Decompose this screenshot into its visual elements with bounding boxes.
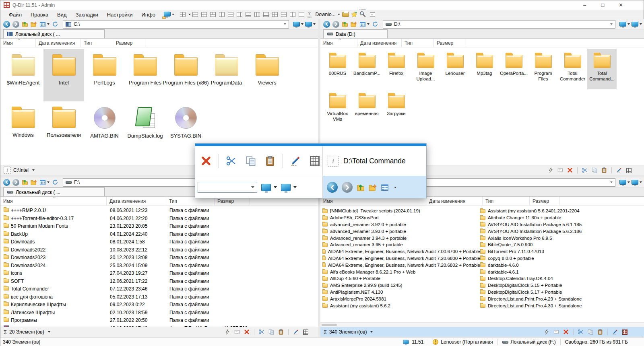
file-row[interactable]: Downloads 08.01.2024 1:58 Папка с файлам… — [0, 238, 318, 246]
screen-select-1-button[interactable] — [293, 22, 303, 27]
inet-help-icon[interactable]: ?inet — [308, 11, 312, 18]
file-item[interactable]: Загрузки — [382, 89, 411, 130]
file-item[interactable]: AllDup 4.5.60 + Portable — [322, 275, 480, 282]
layout-icon[interactable] — [263, 12, 269, 17]
layout-icon[interactable] — [192, 12, 198, 17]
back-button[interactable] — [2, 20, 11, 29]
file-item[interactable]: временная — [352, 89, 382, 130]
file-item[interactable]: DesktopDigitalClock 5.15 + Portable — [480, 282, 638, 289]
view-mode-button[interactable] — [39, 178, 50, 187]
screen-select-2-button[interactable] — [305, 22, 316, 27]
column-date[interactable]: Дата изменения — [36, 39, 81, 47]
flash-button[interactable] — [224, 328, 231, 336]
new-folder-button[interactable] — [30, 20, 38, 29]
file-item[interactable]: AntiPlagiarism.NET 4.130 — [322, 289, 480, 296]
file-item[interactable]: Axialis IconWorkshop Pro 6.9.5 — [480, 235, 638, 241]
cut-button[interactable] — [225, 154, 238, 168]
file-item[interactable]: [NNMClub.to]_Tweaker scripts (2024.01.19… — [322, 208, 480, 214]
file-item[interactable]: BandicamP... — [352, 49, 382, 89]
zoom-tool-icon[interactable]: zoom — [359, 11, 366, 19]
delete-button[interactable] — [562, 328, 570, 336]
file-item[interactable]: Mp3tag — [470, 49, 499, 89]
flash-button[interactable] — [543, 328, 550, 336]
print-folder-icon[interactable] — [342, 12, 349, 17]
column-size[interactable]: Размер — [113, 39, 145, 47]
paste-button[interactable] — [601, 167, 608, 174]
file-row[interactable]: Латинские Шрифты 02.10.2023 18:59 Папка … — [0, 309, 318, 317]
file-row[interactable]: Кириллические Шрифты 09.02.2023 0:22 Пап… — [0, 301, 318, 309]
close-button[interactable]: ✕ — [612, 0, 630, 10]
file-item[interactable]: DumpStack.log — [125, 101, 165, 154]
file-item[interactable]: Program Files (x86) — [165, 49, 206, 101]
back-button[interactable] — [322, 20, 331, 29]
layout-grid-icon[interactable] — [180, 12, 186, 17]
file-item[interactable]: Firefox — [382, 49, 411, 89]
column-type[interactable]: Тип — [483, 197, 530, 205]
file-item[interactable]: PerfLogs — [84, 49, 125, 101]
file-item[interactable]: OperaPorta... — [499, 49, 528, 89]
column-size[interactable]: Размер — [434, 39, 466, 47]
note-button[interactable] — [553, 328, 560, 336]
screen-select-2-button[interactable] — [281, 184, 297, 191]
scrollbar-thumb[interactable] — [322, 324, 337, 326]
file-item[interactable]: darktable-4.6.1 — [480, 268, 638, 275]
file-item[interactable]: Assistant (my assistant) 5.6.2401.2201-2… — [480, 208, 638, 214]
layout-icon[interactable] — [290, 12, 295, 17]
layout-icon[interactable] — [272, 12, 278, 17]
menu-file[interactable]: Файл — [4, 11, 26, 19]
up-button[interactable] — [341, 20, 349, 29]
up-button[interactable] — [21, 20, 29, 29]
cut-button[interactable] — [577, 328, 584, 336]
layout-icon[interactable] — [201, 12, 207, 17]
file-item[interactable]: Attribute Changer 11.30a + portable — [480, 214, 638, 221]
file-item[interactable]: 000RUS — [323, 49, 352, 89]
column-type[interactable]: Тип — [402, 39, 434, 47]
paste-button[interactable] — [263, 154, 277, 168]
tab-local-disk-f[interactable]: Локальный диск ( ... — [3, 187, 105, 196]
file-row[interactable]: BackUp 04.01.2024 22:40 Папка с файлами — [0, 230, 318, 238]
view-mode-dropdown-icon[interactable] — [394, 187, 396, 188]
file-row[interactable]: icons 27.04.2023 19:27 Папка с файлами — [0, 269, 318, 277]
screen-select-1-button[interactable] — [619, 22, 630, 27]
column-type[interactable]: Тип — [81, 39, 113, 47]
info-icon[interactable]: i — [4, 167, 11, 174]
column-name[interactable]: Имя^ — [0, 197, 107, 205]
column-name[interactable]: Имя^ — [0, 39, 36, 47]
file-item[interactable]: Program Files — [528, 49, 558, 89]
view-mode-button[interactable] — [39, 20, 50, 29]
desktop-folder-icon[interactable] — [164, 12, 171, 18]
cut-button[interactable] — [258, 328, 265, 336]
file-item[interactable]: Desktop.Calendar.Tray.OK 4.04 — [480, 275, 638, 282]
file-row[interactable]: ++++RMP 2.0.1! 08.06.2021 12:23 Папка с … — [0, 206, 318, 214]
back-button[interactable] — [327, 182, 338, 193]
file-item[interactable]: Intel — [43, 49, 84, 101]
new-folder-button[interactable] — [30, 178, 38, 187]
refresh-button[interactable] — [51, 20, 59, 29]
file-item[interactable]: copyq-8.0.0 + portable — [480, 255, 638, 262]
file-item[interactable]: Lenouser — [440, 49, 470, 89]
file-item[interactable]: AdobePSh_CS3rusPort — [322, 214, 480, 221]
file-row-clipped[interactable]: 13.12.2023 17:48 Архив ZIP - WinRar 41.3… — [0, 324, 318, 327]
paste-button[interactable] — [597, 328, 604, 336]
address-bar[interactable]: C:\ — [63, 20, 289, 29]
layout-icon[interactable] — [237, 12, 242, 17]
dragdrop-overlay-window[interactable]: i D:\Total Commande — [195, 143, 427, 198]
forward-button[interactable] — [12, 20, 20, 29]
rename-button[interactable] — [292, 328, 299, 336]
file-item[interactable]: Advanced_renamer 3.95 + portable — [322, 241, 480, 248]
view-mode-button[interactable] — [359, 20, 370, 29]
rename-button[interactable] — [615, 167, 623, 174]
delete-button[interactable] — [566, 167, 574, 174]
file-row[interactable]: Программы 27.01.2022 20:50 Папка с файла… — [0, 316, 318, 324]
address-bar[interactable]: D:\ — [383, 20, 615, 29]
file-item[interactable]: $WinREAgent — [3, 49, 43, 101]
column-name[interactable]: Имя^ — [320, 39, 357, 47]
menu-edit[interactable]: Правка — [26, 11, 53, 19]
forward-button[interactable] — [332, 20, 340, 29]
layout-icon[interactable] — [228, 12, 233, 17]
file-item[interactable]: AVS4YOU AIO Installation Package 5.6.1.1… — [480, 221, 638, 228]
file-row[interactable]: Total Commander 07.12.2023 23:46 Папка с… — [0, 285, 318, 293]
file-item[interactable]: ProgramData — [206, 49, 247, 101]
back-button[interactable] — [2, 178, 11, 187]
file-item[interactable]: Total Commander — [558, 49, 587, 89]
